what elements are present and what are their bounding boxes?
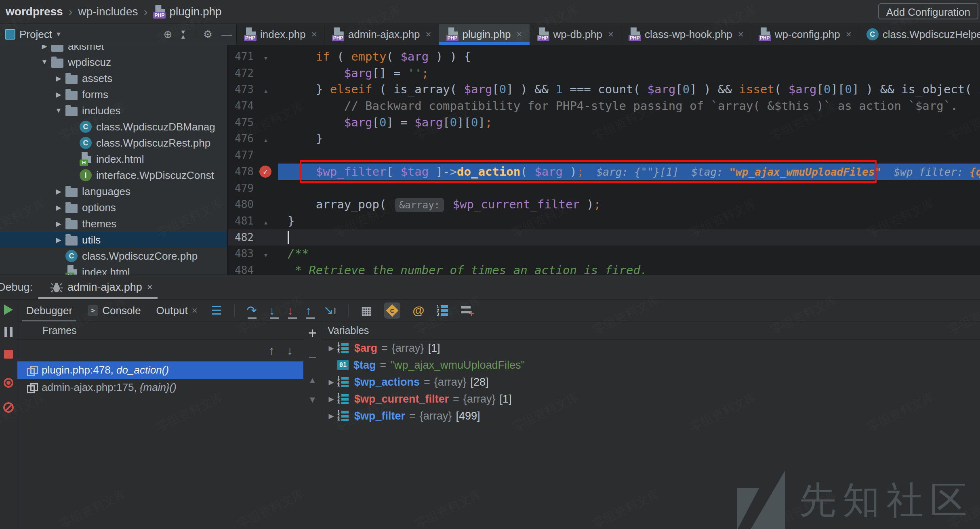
code-line-481[interactable]: 481▴} [228, 213, 980, 229]
tree-expand-icon[interactable]: ▶ [52, 74, 65, 83]
code-line-482[interactable]: 482 [228, 229, 980, 246]
add-watch-icon[interactable] [461, 305, 473, 316]
tree-item-index.html[interactable]: index.html [0, 151, 227, 167]
tree-item-class.WpdiscuzRest.php[interactable]: class.WpdiscuzRest.php [0, 135, 227, 151]
code-line-484[interactable]: 484 * Retrieve the number of times an ac… [228, 262, 980, 275]
tree-expand-icon[interactable]: ▼ [52, 107, 65, 115]
breadcrumb-item[interactable]: wordpress [6, 5, 63, 18]
editor-tab-class-wp-hook.php[interactable]: class-wp-hook.php× [621, 24, 751, 45]
variable-row-$arg[interactable]: ▶$arg={array}[1] [322, 340, 980, 357]
gutter-cell[interactable]: ▴ [254, 213, 278, 229]
code-line-478[interactable]: 478✓ $wp_filter[ $tag ]->do_action( $arg… [228, 164, 980, 180]
gutter-cell[interactable] [254, 98, 278, 114]
gutter-cell[interactable] [254, 229, 278, 246]
expand-icon[interactable]: ▶ [325, 395, 337, 403]
tree-expand-icon[interactable]: ▶ [52, 90, 65, 99]
tree-item-index.html[interactable]: index.html [0, 264, 227, 275]
tree-item-akismet[interactable]: ▶akismet [0, 45, 227, 54]
close-icon[interactable]: × [311, 29, 317, 40]
step-into-icon[interactable]: ↓ [269, 304, 275, 317]
code-line-479[interactable]: 479 [228, 180, 980, 197]
project-tree-panel[interactable]: ▶akismet▼wpdiscuz▶assets▶forms▼includesc… [0, 45, 228, 275]
close-icon[interactable]: × [192, 305, 198, 316]
tree-item-interface.WpDiscuzConst[interactable]: interface.WpDiscuzConst [0, 167, 227, 183]
code-line-472[interactable]: 472 $arg[] = ''; [228, 65, 980, 82]
gutter-cell[interactable]: ▴ [254, 130, 278, 147]
close-icon[interactable]: × [517, 29, 522, 40]
tree-item-class.WpdiscuzCore.php[interactable]: class.WpdiscuzCore.php [0, 248, 227, 264]
previous-frame-icon[interactable]: ↑ [269, 344, 275, 357]
tree-item-options[interactable]: ▶options [0, 199, 227, 216]
tab-output[interactable]: Output× [155, 300, 199, 321]
step-out-icon[interactable]: ↑ [305, 304, 311, 317]
stop-icon[interactable] [4, 350, 13, 359]
tree-expand-icon[interactable]: ▶ [52, 220, 65, 228]
breakpoint-icon[interactable]: ✓ [259, 166, 271, 178]
frame-row[interactable]: plugin.php:478, do_action() [17, 361, 303, 379]
pause-program-icon[interactable] [4, 327, 13, 337]
editor-tab-admin-ajax.php[interactable]: admin-ajax.php× [325, 24, 439, 45]
frame-row[interactable]: admin-ajax.php:175, {main}() [17, 379, 303, 396]
hide-panel-icon[interactable]: — [221, 29, 232, 40]
gutter-cell[interactable]: ▾ [254, 48, 278, 65]
step-over-icon[interactable]: ↷ [247, 304, 257, 317]
gutter-cell[interactable]: ▴ [254, 81, 278, 98]
gutter-cell[interactable] [254, 180, 278, 197]
code-line-476[interactable]: 476▴ } [228, 130, 980, 147]
tree-expand-icon[interactable]: ▶ [38, 45, 51, 50]
code-editor[interactable]: 471▾ if ( empty( $arg ) ) {472 $arg[] = … [228, 45, 980, 275]
layout-settings-icon[interactable]: ☰ [211, 304, 222, 317]
tree-item-includes[interactable]: ▼includes [0, 103, 227, 119]
tab-debugger[interactable]: Debugger [25, 300, 74, 321]
code-line-475[interactable]: 475 $arg[0] = $arg[0][0]; [228, 114, 980, 131]
tree-expand-icon[interactable]: ▶ [52, 236, 65, 244]
gutter-cell[interactable]: ✓ [254, 164, 278, 180]
php-console-icon[interactable]: C [384, 302, 400, 319]
resume-program-icon[interactable] [4, 304, 13, 315]
code-line-483[interactable]: 483▾/** [228, 246, 980, 262]
editor-tab-wp-db.php[interactable]: wp-db.php× [530, 24, 621, 45]
project-panel-title[interactable]: Project [19, 28, 52, 41]
gutter-cell[interactable] [254, 114, 278, 131]
debug-session-tab[interactable]: admin-ajax.php × [50, 275, 153, 299]
tree-item-wpdiscuz[interactable]: ▼wpdiscuz [0, 54, 227, 70]
tree-item-class.WpdiscuzDBManag[interactable]: class.WpdiscuzDBManag [0, 119, 227, 135]
show-values-icon[interactable]: @ [412, 304, 424, 317]
next-frame-icon[interactable]: ↓ [287, 344, 293, 357]
remove-icon[interactable]: − [308, 350, 317, 365]
editor-tab-class.WpdiscuzHelperUpload.ph[interactable]: class.WpdiscuzHelperUpload.ph× [859, 24, 980, 45]
variable-row-$wp_actions[interactable]: ▶$wp_actions={array}[28] [322, 374, 980, 390]
gutter-cell[interactable] [254, 147, 278, 164]
code-line-477[interactable]: 477 [228, 147, 980, 164]
mute-breakpoints-icon[interactable] [3, 402, 14, 413]
close-icon[interactable]: × [147, 281, 153, 293]
editor-tab-wp-config.php[interactable]: wp-config.php× [751, 24, 859, 45]
tree-item-utils[interactable]: ▶utils [0, 232, 227, 248]
tree-item-assets[interactable]: ▶assets [0, 70, 227, 86]
breadcrumb-item[interactable]: wp-includes [78, 5, 138, 18]
tree-item-themes[interactable]: ▶themes [0, 216, 227, 232]
tree-expand-icon[interactable]: ▶ [52, 187, 65, 196]
add-icon[interactable]: + [308, 326, 317, 340]
gutter-cell[interactable] [254, 262, 278, 275]
evaluate-expression-icon[interactable]: ▦ [361, 304, 372, 317]
close-icon[interactable]: × [738, 29, 744, 40]
code-line-480[interactable]: 480 array_pop( &array: $wp_current_filte… [228, 196, 980, 213]
tree-expand-icon[interactable]: ▶ [52, 204, 65, 212]
move-up-icon[interactable]: ▲ [308, 375, 317, 386]
code-line-471[interactable]: 471▾ if ( empty( $arg ) ) { [228, 48, 980, 65]
variable-row-$wp_filter[interactable]: ▶$wp_filter={array}[499] [322, 407, 980, 424]
editor-tab-index.php[interactable]: index.php× [237, 24, 325, 45]
gutter-cell[interactable] [254, 65, 278, 82]
breadcrumb-file[interactable]: plugin.php [153, 5, 221, 19]
gear-icon[interactable]: ⚙ [203, 29, 212, 40]
gutter-cell[interactable] [254, 196, 278, 213]
variable-row-$wp_current_filter[interactable]: ▶$wp_current_filter={array}[1] [322, 390, 980, 407]
variable-row-$tag[interactable]: $tag="wp_ajax_wmuUploadFiles" [322, 357, 980, 374]
editor-tab-plugin.php[interactable]: plugin.php× [439, 24, 530, 45]
expand-icon[interactable]: ▶ [325, 378, 337, 386]
move-down-icon[interactable]: ▼ [308, 395, 317, 405]
code-line-474[interactable]: 474 // Backward compatibility for PHP4-s… [228, 98, 980, 114]
expand-icon[interactable]: ▶ [325, 412, 337, 420]
locate-file-icon[interactable]: ⊕ [164, 29, 172, 40]
